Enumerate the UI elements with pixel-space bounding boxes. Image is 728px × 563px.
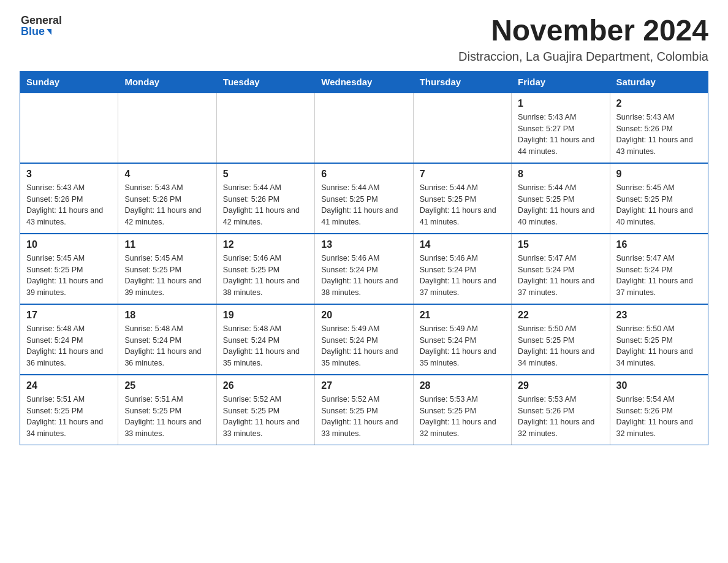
calendar-cell xyxy=(118,93,216,163)
day-number: 1 xyxy=(518,98,603,109)
calendar-cell xyxy=(413,93,511,163)
calendar-cell: 10Sunrise: 5:45 AM Sunset: 5:25 PM Dayli… xyxy=(20,234,118,304)
day-info: Sunrise: 5:46 AM Sunset: 5:24 PM Dayligh… xyxy=(321,253,406,299)
calendar-cell: 23Sunrise: 5:50 AM Sunset: 5:25 PM Dayli… xyxy=(610,304,708,375)
day-info: Sunrise: 5:46 AM Sunset: 5:24 PM Dayligh… xyxy=(420,253,505,299)
day-info: Sunrise: 5:48 AM Sunset: 5:24 PM Dayligh… xyxy=(124,323,210,369)
day-info: Sunrise: 5:50 AM Sunset: 5:25 PM Dayligh… xyxy=(518,323,603,369)
day-of-week-header: Wednesday xyxy=(315,71,413,93)
logo-chevron-icon xyxy=(47,29,51,35)
day-info: Sunrise: 5:52 AM Sunset: 5:25 PM Dayligh… xyxy=(223,394,308,440)
calendar-cell: 5Sunrise: 5:44 AM Sunset: 5:26 PM Daylig… xyxy=(216,163,314,234)
calendar-table: SundayMondayTuesdayWednesdayThursdayFrid… xyxy=(20,71,708,445)
day-of-week-header: Monday xyxy=(118,71,216,93)
day-info: Sunrise: 5:49 AM Sunset: 5:24 PM Dayligh… xyxy=(321,323,406,369)
calendar-cell: 27Sunrise: 5:52 AM Sunset: 5:25 PM Dayli… xyxy=(315,375,413,445)
calendar-cell: 16Sunrise: 5:47 AM Sunset: 5:24 PM Dayli… xyxy=(610,234,708,304)
calendar-cell: 28Sunrise: 5:53 AM Sunset: 5:25 PM Dayli… xyxy=(413,375,511,445)
calendar-body: 1Sunrise: 5:43 AM Sunset: 5:27 PM Daylig… xyxy=(20,93,708,445)
day-info: Sunrise: 5:47 AM Sunset: 5:24 PM Dayligh… xyxy=(616,253,702,299)
day-info: Sunrise: 5:51 AM Sunset: 5:25 PM Dayligh… xyxy=(26,394,112,440)
day-of-week-header: Thursday xyxy=(413,71,511,93)
calendar-cell: 14Sunrise: 5:46 AM Sunset: 5:24 PM Dayli… xyxy=(413,234,511,304)
calendar-week-row: 3Sunrise: 5:43 AM Sunset: 5:26 PM Daylig… xyxy=(20,163,708,234)
day-info: Sunrise: 5:46 AM Sunset: 5:25 PM Dayligh… xyxy=(223,253,308,299)
day-number: 15 xyxy=(518,239,603,250)
day-info: Sunrise: 5:53 AM Sunset: 5:26 PM Dayligh… xyxy=(518,394,603,440)
day-number: 26 xyxy=(223,380,308,391)
day-number: 11 xyxy=(124,239,210,250)
day-number: 8 xyxy=(518,169,603,180)
day-number: 28 xyxy=(420,380,505,391)
day-number: 29 xyxy=(518,380,603,391)
calendar-cell: 25Sunrise: 5:51 AM Sunset: 5:25 PM Dayli… xyxy=(118,375,216,445)
day-of-week-header: Tuesday xyxy=(216,71,314,93)
day-info: Sunrise: 5:52 AM Sunset: 5:25 PM Dayligh… xyxy=(321,394,406,440)
calendar-cell: 26Sunrise: 5:52 AM Sunset: 5:25 PM Dayli… xyxy=(216,375,314,445)
day-number: 10 xyxy=(26,239,112,250)
day-info: Sunrise: 5:50 AM Sunset: 5:25 PM Dayligh… xyxy=(616,323,702,369)
calendar-cell: 15Sunrise: 5:47 AM Sunset: 5:24 PM Dayli… xyxy=(512,234,610,304)
calendar-cell: 1Sunrise: 5:43 AM Sunset: 5:27 PM Daylig… xyxy=(512,93,610,163)
day-number: 16 xyxy=(616,239,702,250)
logo-blue-text: Blue xyxy=(21,26,45,37)
day-info: Sunrise: 5:51 AM Sunset: 5:25 PM Dayligh… xyxy=(124,394,210,440)
calendar-cell: 12Sunrise: 5:46 AM Sunset: 5:25 PM Dayli… xyxy=(216,234,314,304)
day-number: 24 xyxy=(26,380,112,391)
calendar-cell: 13Sunrise: 5:46 AM Sunset: 5:24 PM Dayli… xyxy=(315,234,413,304)
day-info: Sunrise: 5:44 AM Sunset: 5:25 PM Dayligh… xyxy=(518,182,603,228)
calendar-cell: 8Sunrise: 5:44 AM Sunset: 5:25 PM Daylig… xyxy=(512,163,610,234)
calendar-cell: 6Sunrise: 5:44 AM Sunset: 5:25 PM Daylig… xyxy=(315,163,413,234)
day-info: Sunrise: 5:53 AM Sunset: 5:25 PM Dayligh… xyxy=(420,394,505,440)
day-number: 5 xyxy=(223,169,308,180)
calendar-cell: 9Sunrise: 5:45 AM Sunset: 5:25 PM Daylig… xyxy=(610,163,708,234)
day-info: Sunrise: 5:48 AM Sunset: 5:24 PM Dayligh… xyxy=(26,323,112,369)
day-number: 17 xyxy=(26,310,112,321)
page-header: General Blue November 2024 Distraccion, … xyxy=(20,15,708,64)
day-number: 3 xyxy=(26,169,112,180)
day-number: 27 xyxy=(321,380,406,391)
calendar-cell: 21Sunrise: 5:49 AM Sunset: 5:24 PM Dayli… xyxy=(413,304,511,375)
calendar-cell: 20Sunrise: 5:49 AM Sunset: 5:24 PM Dayli… xyxy=(315,304,413,375)
day-number: 20 xyxy=(321,310,406,321)
day-info: Sunrise: 5:44 AM Sunset: 5:25 PM Dayligh… xyxy=(420,182,505,228)
day-info: Sunrise: 5:44 AM Sunset: 5:26 PM Dayligh… xyxy=(223,182,308,228)
month-title: November 2024 xyxy=(458,15,708,47)
calendar-cell: 4Sunrise: 5:43 AM Sunset: 5:26 PM Daylig… xyxy=(118,163,216,234)
day-info: Sunrise: 5:43 AM Sunset: 5:26 PM Dayligh… xyxy=(616,112,702,158)
day-info: Sunrise: 5:48 AM Sunset: 5:24 PM Dayligh… xyxy=(223,323,308,369)
day-info: Sunrise: 5:43 AM Sunset: 5:26 PM Dayligh… xyxy=(26,182,112,228)
day-info: Sunrise: 5:47 AM Sunset: 5:24 PM Dayligh… xyxy=(518,253,603,299)
day-info: Sunrise: 5:45 AM Sunset: 5:25 PM Dayligh… xyxy=(26,253,112,299)
day-of-week-header: Friday xyxy=(512,71,610,93)
day-number: 22 xyxy=(518,310,603,321)
calendar-week-row: 1Sunrise: 5:43 AM Sunset: 5:27 PM Daylig… xyxy=(20,93,708,163)
calendar-week-row: 17Sunrise: 5:48 AM Sunset: 5:24 PM Dayli… xyxy=(20,304,708,375)
day-number: 6 xyxy=(321,169,406,180)
day-number: 19 xyxy=(223,310,308,321)
calendar-cell: 18Sunrise: 5:48 AM Sunset: 5:24 PM Dayli… xyxy=(118,304,216,375)
calendar-cell xyxy=(315,93,413,163)
day-number: 7 xyxy=(420,169,505,180)
day-number: 4 xyxy=(124,169,210,180)
day-of-week-header: Saturday xyxy=(610,71,708,93)
calendar-cell: 24Sunrise: 5:51 AM Sunset: 5:25 PM Dayli… xyxy=(20,375,118,445)
days-of-week-row: SundayMondayTuesdayWednesdayThursdayFrid… xyxy=(20,71,708,93)
calendar-cell xyxy=(216,93,314,163)
day-number: 23 xyxy=(616,310,702,321)
title-area: November 2024 Distraccion, La Guajira De… xyxy=(458,15,708,64)
day-of-week-header: Sunday xyxy=(20,71,118,93)
calendar-cell: 30Sunrise: 5:54 AM Sunset: 5:26 PM Dayli… xyxy=(610,375,708,445)
day-number: 18 xyxy=(124,310,210,321)
day-info: Sunrise: 5:54 AM Sunset: 5:26 PM Dayligh… xyxy=(616,394,702,440)
day-number: 30 xyxy=(616,380,702,391)
calendar-cell: 7Sunrise: 5:44 AM Sunset: 5:25 PM Daylig… xyxy=(413,163,511,234)
day-number: 13 xyxy=(321,239,406,250)
day-info: Sunrise: 5:44 AM Sunset: 5:25 PM Dayligh… xyxy=(321,182,406,228)
location-subtitle: Distraccion, La Guajira Department, Colo… xyxy=(458,50,708,64)
day-number: 12 xyxy=(223,239,308,250)
day-number: 25 xyxy=(124,380,210,391)
calendar-cell: 11Sunrise: 5:45 AM Sunset: 5:25 PM Dayli… xyxy=(118,234,216,304)
day-info: Sunrise: 5:49 AM Sunset: 5:24 PM Dayligh… xyxy=(420,323,505,369)
calendar-cell: 2Sunrise: 5:43 AM Sunset: 5:26 PM Daylig… xyxy=(610,93,708,163)
